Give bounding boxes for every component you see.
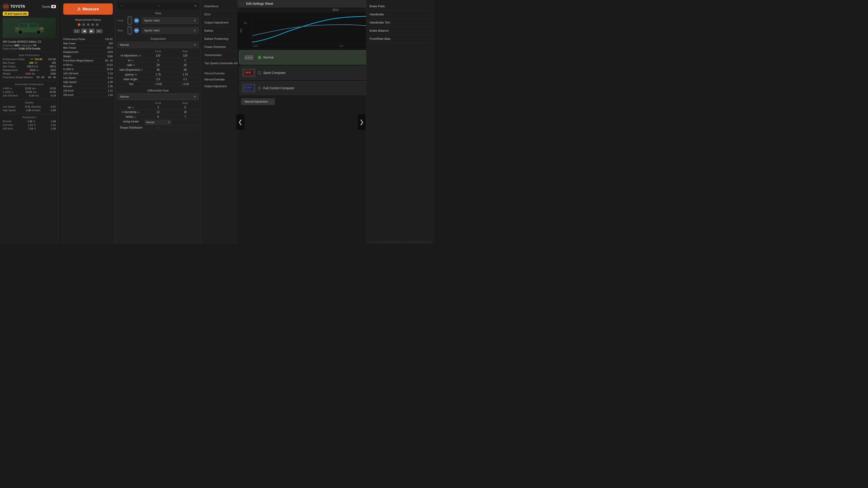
measure-stat-balance: Front-Rear Weight Balance 60 : 40 — [63, 59, 113, 63]
measure-history-label: Measurement History — [75, 18, 101, 22]
top-bar-center: -- — [158, 4, 160, 8]
measure-stat-240: 240 km/h 1.16 — [63, 93, 113, 97]
country-display: Toyota — [42, 5, 56, 8]
measure-stat-pp: Performance Points 514.92 — [63, 37, 113, 41]
svg-rect-10 — [40, 28, 43, 29]
svg-rect-11 — [16, 28, 19, 29]
normal-ecu-icon — [242, 53, 256, 62]
susp-dropdown-arrow: ▼ — [193, 43, 196, 46]
manual-adj-dots-icon: ... — [269, 100, 271, 103]
options-icon[interactable]: ⋯ — [120, 4, 123, 8]
measure-button[interactable]: ⚠ Measure — [63, 3, 113, 15]
tire-front-row: Front SH Sports: Hard ▼ — [118, 16, 199, 25]
diff-header: Differential Gear — [118, 89, 199, 92]
brake-balance-item: Brake Balance — [370, 27, 431, 35]
rear-sh-badge: SH — [134, 28, 139, 33]
suspension-type-dropdown[interactable]: Normal ▼ — [118, 42, 199, 48]
right-nav-arrow[interactable]: ❯ — [358, 114, 366, 130]
dot-5 — [96, 23, 98, 26]
diff-table: Front Rear ue Lv. 3 5 n Sensitivity Lv. … — [118, 102, 199, 130]
stat-row-torque: Max Torque 295.0 ft-lb 295.0 — [3, 65, 56, 68]
nav-l1: L1 — [73, 29, 80, 33]
stat-0-400: 0-400 m 13.52 sec. 13.52 — [3, 87, 56, 90]
measure-stat-60: 60 km/h 1.06 — [63, 84, 113, 89]
brake-pads-item: Brake Pads — [370, 2, 431, 10]
rear-tire-label: Rear — [118, 29, 125, 32]
ecu-options-icon[interactable]: ⋯ — [241, 2, 244, 5]
nav-next[interactable]: ▶ — [89, 29, 94, 33]
stat-row-balance: Front-Rear Weight Balance 60 : 40 60 : 4… — [3, 75, 56, 79]
measure-stat-torque: Max Torque 295.0 — [63, 46, 113, 50]
diff-type-dropdown[interactable]: Normal ▼ — [118, 94, 199, 100]
svg-point-28 — [248, 57, 250, 58]
svg-rect-15 — [129, 28, 131, 33]
measure-stat-low-speed: Low Speed -0.21 — [63, 76, 113, 80]
svg-point-1 — [4, 6, 7, 7]
measure-stat-120: 120 km/h 1.11 — [63, 89, 113, 93]
dropdown-arrow-icon-2: ▼ — [193, 29, 196, 32]
japan-flag — [51, 5, 56, 8]
power-value: 299 — [29, 61, 33, 64]
car-image — [3, 18, 56, 38]
stat-0-1000: 0-1000 m 24.59 sec. 24.59 — [3, 90, 56, 94]
nav-r1: R1 — [96, 29, 103, 33]
car-name: GR Corolla MORIZO Edition '22 — [3, 40, 56, 43]
stat-low-speed: Low Speed -0.21 (Neutral) -0.21 — [3, 105, 56, 108]
center-dropdown[interactable]: Normal ▼ — [145, 120, 172, 125]
top-bar: ⋯ -- ≡ — [118, 2, 199, 9]
manual-adj-button[interactable]: Manual Adjustment ... — [241, 98, 275, 105]
svg-text:295: 295 — [243, 22, 247, 24]
left-nav-arrow[interactable]: ❮ — [236, 114, 244, 130]
center-panel: ⋯ -- ≡ Tires Front SH Sports: Hard ▼ Rea… — [115, 0, 201, 244]
front-rear-balance-item: Front/Rear Bala — [370, 35, 431, 43]
tires-header: Tires — [118, 11, 199, 15]
torque-value: 295.0 — [27, 65, 33, 68]
history-dots — [78, 23, 98, 26]
svg-point-7 — [36, 30, 40, 34]
front-sh-badge: SH — [134, 18, 139, 23]
full-control-ecu-label: Full Control Computer — [264, 86, 294, 90]
svg-rect-39 — [246, 89, 251, 90]
rear-tire-dropdown[interactable]: Sports: Hard ▼ — [142, 27, 199, 34]
pp-value: 514.92 — [35, 58, 42, 61]
graph-y-label: ft-lb — [240, 29, 242, 33]
base-performance-title: Base Performance — [3, 54, 56, 57]
acceleration-title: Acceleration Performance — [3, 83, 56, 86]
dot-4 — [91, 23, 94, 26]
svg-point-6 — [18, 30, 22, 34]
pp-label-text: Performance Points — [3, 58, 25, 61]
suspension-table: Front Rear nt Adjustment mm 120 120 ar L… — [118, 50, 199, 87]
measure-stat-weight: Weight 3186 — [63, 54, 113, 59]
stat-100-150: 100-150 km/h 5.19 sec. 5.19 — [3, 94, 56, 97]
stat-60: 60 km/h 1.06 G 1.06 — [3, 120, 56, 123]
car-engine: Engine Model G16E-GTS-Corolla — [3, 47, 56, 50]
sport-radio — [258, 71, 261, 74]
edit-settings-title: Edit Settings Sheet — [246, 2, 273, 5]
sport-ecu-label: Sport Computer — [264, 71, 286, 74]
car-drivetrain: Drivetrain 4WD / Aspiration TC — [3, 44, 56, 47]
stat-row-pp: Performance Points PP 514.92 514.92 — [3, 57, 56, 61]
tire-rear-row: Rear SH Sports: Hard ▼ — [118, 26, 199, 35]
normal-ecu-label: Normal — [264, 56, 274, 59]
measure-stat-disp: Displacement 1618 — [63, 50, 113, 54]
diff-dropdown-arrow: ▼ — [193, 95, 196, 98]
measure-stat-100-150: 100-150 km/h 5.19 — [63, 71, 113, 76]
front-tire-icon — [127, 16, 132, 25]
front-tire-dropdown[interactable]: Sports: Hard ▼ — [142, 18, 199, 24]
stat-high-speed: High Speed -1.00 (Under) -1.00 — [3, 108, 56, 112]
brand-name: TOYOTA — [10, 4, 25, 8]
dot-3 — [87, 23, 90, 26]
stat-row-power: Max Power 299 HP 299 — [3, 61, 56, 65]
svg-rect-38 — [250, 87, 251, 88]
measure-stat-high-speed: High Speed -1.00 — [63, 80, 113, 84]
far-right-panel: Brake Pads Handbrake Handbrake Torc Brak… — [366, 0, 434, 244]
stability-title: Stability — [3, 101, 56, 104]
menu-icon[interactable]: ≡ — [194, 4, 196, 8]
suspension-header: Suspension — [118, 37, 199, 40]
normal-radio — [258, 56, 261, 59]
nav-prev[interactable]: ◀ — [81, 29, 87, 33]
full-control-radio — [258, 87, 261, 90]
handbrake-torque-item: Handbrake Torc — [370, 19, 431, 27]
svg-rect-13 — [129, 18, 131, 23]
left-panel: TOYOTA Toyota ⚖ BoP Applied (M) GR Corol… — [0, 0, 59, 244]
